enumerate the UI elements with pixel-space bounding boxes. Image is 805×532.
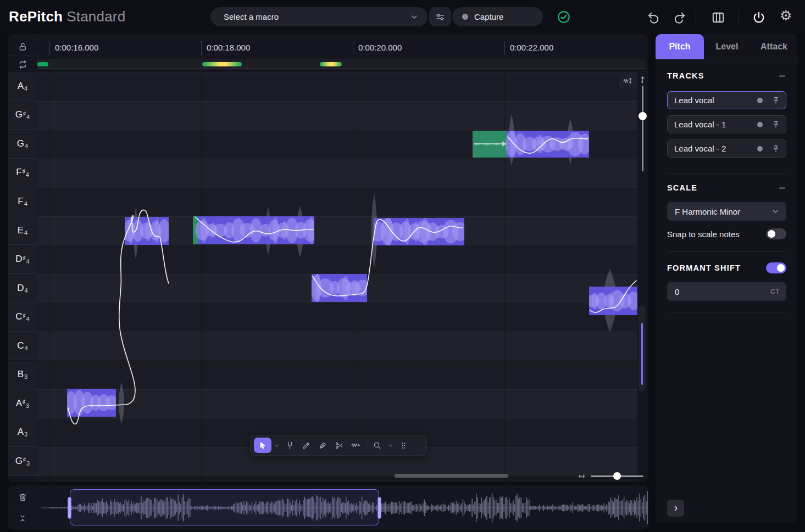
note-range-indicator xyxy=(641,323,643,385)
capture-button[interactable]: Capture xyxy=(452,7,543,26)
macro-select-value: Select a macro xyxy=(224,12,279,21)
v-zoom-icon[interactable] xyxy=(638,75,647,85)
delete-button[interactable] xyxy=(8,487,37,507)
formant-header: FORMANT SHIFT xyxy=(667,262,786,273)
loop-icon xyxy=(18,59,28,70)
scissors-icon xyxy=(335,441,344,450)
chevron-down-icon xyxy=(771,207,780,216)
redo-icon[interactable] xyxy=(673,10,687,25)
pitch-note-A#3[interactable] xyxy=(65,389,118,417)
piano-key-Fs4[interactable]: F♯4 xyxy=(8,159,37,188)
piano-key-G4[interactable]: G4 xyxy=(8,130,37,159)
pitch-note-C#4[interactable] xyxy=(587,287,637,315)
timeline-ruler[interactable]: 0:00:16.0000:00:18.0000:00:20.0000:00:22… xyxy=(37,38,648,58)
piano-key-As3[interactable]: A♯3 xyxy=(8,389,37,418)
trash-icon xyxy=(18,492,28,502)
h-zoom-thumb[interactable] xyxy=(613,472,621,480)
panel-expand-button[interactable] xyxy=(667,500,684,517)
piano-key-D4[interactable]: D4 xyxy=(8,274,37,303)
formant-shift-field[interactable]: 0 CT xyxy=(667,282,786,301)
piano-key-C4[interactable]: C4 xyxy=(8,332,37,361)
track-item-2[interactable]: Lead vocal - 1 xyxy=(667,115,786,133)
tuning-fork-icon xyxy=(285,441,295,450)
selection-right-handle[interactable] xyxy=(377,497,381,519)
zoom-tool-options[interactable] xyxy=(385,438,395,453)
piano-key-Cs4[interactable]: C♯4 xyxy=(8,303,37,332)
v-zoom-thumb[interactable] xyxy=(639,112,647,120)
pitch-detection-bar xyxy=(37,62,48,66)
pitch-detection-bar xyxy=(320,62,342,66)
scale-select[interactable]: F Harmonic Minor xyxy=(667,202,786,221)
tab-pitch[interactable]: Pitch xyxy=(656,34,704,59)
collapse-vertical-icon xyxy=(18,513,27,523)
pen-tool[interactable] xyxy=(314,438,331,453)
snap-to-scale-toggle[interactable] xyxy=(766,228,786,239)
track-item-3[interactable]: Lead vocal - 2 xyxy=(667,139,786,158)
snap-to-scale-label: Snap to scale notes xyxy=(667,229,740,239)
formant-shift-unit: CT xyxy=(770,288,780,295)
pitch-note-E4[interactable] xyxy=(123,217,170,245)
power-icon[interactable] xyxy=(752,10,766,25)
repitch-window: RePitchStandard Select a macro Capture xyxy=(0,0,805,532)
settings-gear-icon[interactable]: ⚙ xyxy=(780,8,792,24)
toolbar-drag-handle[interactable] xyxy=(395,438,412,453)
piano-key-E4[interactable]: E4 xyxy=(8,216,37,245)
app-edition: Standard xyxy=(66,8,125,25)
v-waveform-zoom-button[interactable] xyxy=(619,74,637,88)
pitch-detection-bar xyxy=(202,62,242,66)
macro-select[interactable]: Select a macro xyxy=(210,7,428,26)
edit-toolbar xyxy=(250,435,427,456)
piano-key-A3[interactable]: A3 xyxy=(8,418,37,447)
lock-open-icon xyxy=(18,42,28,52)
piano-key-A4[interactable]: A4 xyxy=(8,72,37,101)
tab-attack[interactable]: Attack xyxy=(750,34,798,59)
undo-icon[interactable] xyxy=(646,10,660,25)
collapse-button[interactable] xyxy=(8,508,37,528)
track-color-dot xyxy=(757,146,763,152)
piano-key-Gs4[interactable]: G♯4 xyxy=(8,101,37,130)
piano-key-B3[interactable]: B3 xyxy=(8,361,37,390)
piano-key-Gs3[interactable]: G♯3 xyxy=(8,447,37,476)
waveform-vzoom-icon xyxy=(623,76,634,86)
pencil-tool[interactable] xyxy=(298,438,314,453)
overview-selection[interactable] xyxy=(70,489,379,525)
macro-nodes-icon xyxy=(435,12,446,23)
pitch-note-E4[interactable] xyxy=(370,215,467,248)
collapse-section-icon[interactable] xyxy=(778,184,786,192)
piano-key-Ds4[interactable]: D♯4 xyxy=(8,245,37,274)
audio-overview xyxy=(8,485,648,530)
zoom-tool[interactable] xyxy=(369,438,385,453)
side-panel: Pitch Level Attack TRACKS Lead vocalLead… xyxy=(656,34,798,523)
note-grid[interactable] xyxy=(37,72,637,482)
pitch-note-D4[interactable] xyxy=(311,272,370,305)
scale-header: SCALE xyxy=(667,183,786,192)
horizontal-scrollbar[interactable] xyxy=(395,474,508,478)
topbar-divider xyxy=(739,10,739,24)
v-zoom-slider[interactable] xyxy=(642,86,643,171)
panels-layout-icon[interactable] xyxy=(711,10,725,25)
macro-edit-button[interactable] xyxy=(429,7,451,26)
track-item-1[interactable]: Lead vocal xyxy=(667,91,786,109)
topbar-divider xyxy=(696,10,696,24)
collapse-section-icon[interactable] xyxy=(778,72,786,80)
notes-layer[interactable] xyxy=(37,72,637,482)
detection-strip xyxy=(37,59,645,69)
formant-toggle[interactable] xyxy=(766,262,786,273)
loop-button[interactable] xyxy=(8,56,37,73)
lock-button[interactable] xyxy=(8,38,37,55)
chevron-right-icon xyxy=(671,504,680,513)
cursor-tool-options[interactable] xyxy=(271,438,281,453)
track-name: Lead vocal xyxy=(674,96,757,105)
chevron-down-icon xyxy=(387,443,393,449)
vertical-scrollbar[interactable] xyxy=(639,305,646,391)
waveform-tool[interactable] xyxy=(347,438,364,453)
scissors-tool[interactable] xyxy=(331,438,347,453)
cursor-tool-button[interactable] xyxy=(254,438,271,453)
pen-nib-icon xyxy=(318,441,327,450)
piano-key-F4[interactable]: F4 xyxy=(8,187,37,216)
ruler-timestamp: 0:00:20.000 xyxy=(358,43,402,52)
tab-level[interactable]: Level xyxy=(704,34,750,59)
selection-left-handle[interactable] xyxy=(68,497,71,519)
tuning-fork-tool[interactable] xyxy=(281,438,298,453)
pin-icon xyxy=(771,144,780,153)
